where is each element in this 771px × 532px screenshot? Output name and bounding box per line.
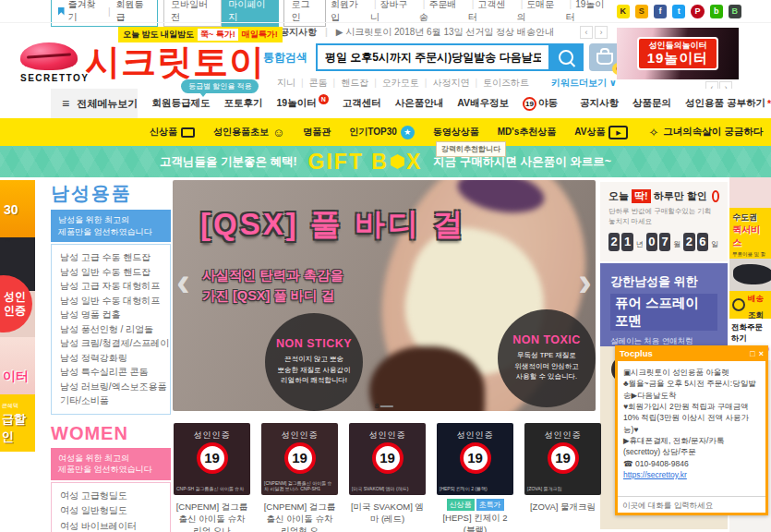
nav-gift-info[interactable]: 사은품안내 [395,97,444,110]
delivery-check-banner[interactable]: 배송 조회 [729,291,771,319]
product-card[interactable]: 성인인증 19 [HEPS] 킨제이 2 (블랙) 신상품 초특가 [HEPS]… [437,423,513,532]
notice-text[interactable]: ▶ 시크릿토이 2018년 6월 13일 선거일 정상 배송안내 [336,26,554,39]
sidebar-item[interactable]: 남성 일반 수동 핸드잡 [60,265,162,280]
hero-banner[interactable]: [QSX] 풀 바디 걸 사실적인 탄력과 촉감을 가진 [QSX] 풀 바디 … [173,180,596,411]
gift-banner[interactable]: 고객님들을 기분좋은 혜택! GIFT B X 지금 구매하시면 사은품이 와르… [0,146,771,177]
sidebar-item[interactable]: 남성 크림/청결제/스프레이 [60,336,162,351]
sidebar-men-title[interactable]: 남성용품 [51,181,171,206]
nav-playground19[interactable]: 19놀이터 N [276,97,328,110]
left-edge-banner-sale[interactable]: 큰혜택 급할인 [0,394,35,452]
keyword-list: 지니 콘돔 핸드잡 오카모토 사정지연 토이즈하트 [277,77,540,90]
asterisk-mark: * [767,98,771,109]
notice-prev-button[interactable]: ‹ [580,26,593,39]
chat-input[interactable] [618,496,765,513]
product-image: 성인인증 19 [미국 SVAKOM] 엠마 (레드) [349,423,426,495]
nav-av-actress[interactable]: AV배우정보 [457,97,509,110]
chat-close-icon[interactable]: × [759,349,764,358]
product-card[interactable]: 성인인증 19 [CNPENM] 걸그룹출신 아이돌 슈차 리얼컵 보너스 CN… [261,423,338,532]
cart-link[interactable]: 장바구니 [370,0,415,24]
left-edge-banner-top[interactable]: 30 [0,180,35,237]
age-19-badge: 19 [523,97,536,111]
chat-link[interactable]: https://secrettoy.kr [623,470,687,479]
notice-next-button[interactable]: › [595,26,608,39]
sidebar-women-list: 여성 고급형딜도 여성 일반형딜도 여성 바이브레이터 여성 에그진동기 여성 … [51,482,171,532]
notice-label[interactable]: 공지사항 [280,26,336,39]
search-input[interactable] [316,43,548,71]
nav-photo-review[interactable]: 포토후기 [223,97,262,110]
keyword[interactable]: 사정지연 [432,77,483,90]
recommend-tooltip: 강력히추천합니다 [436,141,506,157]
keyword[interactable]: 지니 [277,77,309,90]
keywords-more-link[interactable]: 키워드더보기 ∨ [551,77,617,90]
topbar: 즐겨찾기 회원등급 모바일버전 마이페이지 로그인 회원가입 장바구니 주문배송… [0,0,771,22]
sidebar-item[interactable]: 남성 고급 자동 대형히프 [60,279,162,294]
age-19-badge: 19 [197,442,228,474]
tagline-special: 쭉~ 특가! [198,29,238,41]
cat-video-products[interactable]: 동영상상품 [433,126,479,139]
member-grade-link[interactable]: 회원등급 [116,0,151,24]
quick-service-banner[interactable]: 수도권 퀵서비스 무료이용 및 할인안 [729,208,771,259]
search-button[interactable] [548,43,584,71]
sidebar-item[interactable]: 남성 일반 수동 대형히프 [60,294,162,308]
nav-study[interactable]: 성인용품 공부하기 * [685,97,771,110]
product-card[interactable]: 성인인증 19 [미국 SVAKOM] 엠마 (레드) [미국 SVAKOM] … [349,423,426,532]
cart-button[interactable]: 0 [589,43,620,71]
sidebar-item[interactable]: 남성 고급 수동 핸드잡 [60,250,162,265]
header-ad-banner[interactable]: 성인들의놀이터 19놀이터 [617,28,739,79]
facebook-icon[interactable]: f [654,5,667,18]
naver-band-icon[interactable]: B [729,5,741,18]
nav-member-grade[interactable]: 회원등급제도 [151,97,210,110]
kakao-talk-icon[interactable]: K [617,5,630,18]
wholesale-link[interactable]: 도매문의 [517,0,561,24]
nav-customer-center[interactable]: 고객센터 [343,97,381,110]
motorcycle-image [729,259,771,291]
sidebar-item[interactable]: 남성 러브링/엑스보조용품 [60,380,162,394]
all-menu-button[interactable]: ≡ 전체메뉴보기 [51,89,138,118]
sidebar-item[interactable]: 여성 고급형딜도 [60,489,162,504]
customer-center-link[interactable]: 고객센터 [468,0,512,24]
naver-blog-icon[interactable]: b [710,5,723,18]
favorites-link[interactable]: 즐겨찾기 [68,0,102,24]
cat-md-recommend[interactable]: MD's추천상품 [498,126,557,139]
hero-next-arrow[interactable]: › [578,261,592,302]
sidebar-item[interactable]: 남성 풍선인형 / 리얼돌 [60,322,162,337]
sidebar-item[interactable]: 남성 명품 컵홀 [60,308,162,322]
nav-notice[interactable]: 공지사항 [580,97,619,110]
signup-link[interactable]: 회원가입 [331,0,366,24]
chat-minimize-icon[interactable]: □ [750,349,754,358]
cat-top30[interactable]: 인기TOP30 ★ [349,126,415,139]
cat-new-products[interactable]: 신상품 [150,126,195,139]
keyword[interactable]: 토이즈하트 [483,77,540,90]
sidebar-item[interactable]: 여성 일반형딜도 [60,503,162,519]
product-name: [미국 SVAKOM] 엠마 (레드) [349,501,426,525]
product-card[interactable]: 성인인증 19 CNP-SH 걸그룹출신 아이돌 슈차 [CNPENM] 걸그룹… [174,423,250,532]
product-card[interactable]: 성인인증 19 [ZOVA] 물개크림 [ZOVA] 물개크림 [524,423,601,532]
hero-prev-arrow[interactable]: ‹ [176,261,190,302]
cat-luxury[interactable]: 명품관 [303,126,331,139]
keyword[interactable]: 콘돔 [309,77,342,90]
hero-feature-2: NON TOXIC 무독성 TPE 재질로 위생적이며 안심하고 사용할 수 있… [498,309,596,407]
order-delivery-link[interactable]: 주문배송 [419,0,464,24]
nav-adult-video[interactable]: 19 야동 [523,97,558,111]
playground19-link[interactable]: 19놀이터 [566,0,611,24]
sidebar-women-title[interactable]: WOMEN [51,423,171,444]
pinterest-icon[interactable]: P [691,5,704,18]
nav-product-inquiry[interactable]: 상품문의 [632,97,671,110]
cat-beginner[interactable]: 성인용품초보 ☺ [213,126,284,139]
sidebar-item[interactable]: 남성 정력강화링 [60,351,162,366]
sidebar-item[interactable]: 여성 바이브레이터 [60,519,162,532]
hero-subtitle: 사실적인 탄력과 촉감을 가진 [QSX] 풀 바디 걸 [202,265,343,307]
cat-av-products[interactable]: AV상품 ▶ [574,126,628,139]
promo-today-sale[interactable]: 오늘 딱! 하루만 할인 단하루 반값에 구매할수있는 기획 놓치지 마세요 2… [600,182,728,261]
cat-curious-link[interactable]: 그녀의속살이 궁금하다 [663,126,763,139]
sidebar-item[interactable]: 남성 특수실리콘 콘돔 [60,365,162,380]
twitter-icon[interactable]: t [672,5,685,18]
keyword[interactable]: 핸드잡 [341,77,382,90]
sidebar-item[interactable]: 기타/소비품 [60,393,162,408]
tv-icon: ▶ [608,126,628,139]
main-nav: ≡ 전체메뉴보기 등급별 할인율 적용 회원등급제도 포토후기 19놀이터 N … [0,89,771,119]
kakao-story-icon[interactable]: S [635,5,648,18]
promo-spray-banner[interactable]: 강한남성을 위한 퓨어 스프레이 포맨 설레이는 처음 연애처럼 [600,263,728,346]
left-edge-banner-lips[interactable]: 이터 [0,337,35,394]
keyword[interactable]: 오카모토 [382,77,433,90]
